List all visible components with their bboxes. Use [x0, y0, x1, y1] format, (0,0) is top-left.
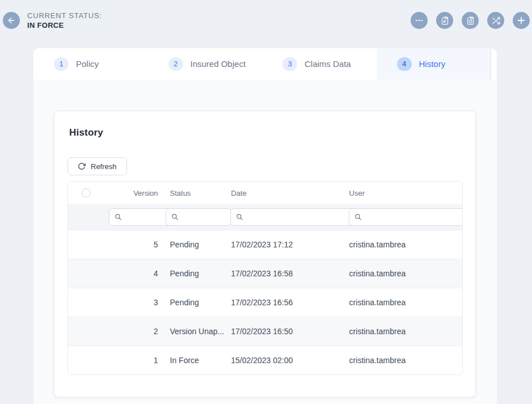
export-version-button[interactable]: [436, 12, 453, 29]
search-icon: [236, 213, 243, 221]
search-icon: [115, 213, 122, 221]
search-icon: [171, 213, 179, 221]
back-button[interactable]: [3, 12, 20, 29]
row-user: cristina.tambrea: [345, 240, 462, 249]
column-header-status: Status: [162, 189, 227, 197]
tab-label: Insured Object: [191, 59, 246, 69]
tab-number-badge: 1: [54, 57, 69, 71]
status-filter: [166, 208, 226, 226]
column-header-version: Version: [105, 189, 162, 197]
table-row[interactable]: 5 Pending 17/02/2023 17:12 cristina.tamb…: [68, 230, 462, 259]
row-date: 17/02/2023 17:12: [226, 240, 344, 249]
main-panel: 1 Policy 2 Insured Object 3 Claims Data …: [33, 48, 497, 404]
row-status: In Force: [162, 356, 227, 365]
tab-number-badge: 3: [282, 57, 297, 71]
column-header-user: User: [345, 189, 462, 197]
refresh-button[interactable]: Refresh: [67, 157, 127, 175]
row-date: 17/02/2023 16:58: [226, 269, 344, 278]
column-header-date: Date: [226, 189, 344, 197]
tab-insured-object[interactable]: 2 Insured Object: [148, 48, 263, 79]
tab-number-badge: 4: [397, 57, 412, 71]
card-title: History: [69, 127, 103, 138]
row-status: Pending: [162, 298, 227, 307]
row-user: cristina.tambrea: [345, 327, 462, 336]
tab-claims-data[interactable]: 3 Claims Data: [262, 48, 377, 79]
card-export-icon: [440, 16, 450, 26]
row-status: Pending: [162, 240, 227, 249]
row-status: Version Unap...: [162, 327, 227, 336]
row-version: 5: [105, 240, 162, 249]
wizard-tab-bar: 1 Policy 2 Insured Object 3 Claims Data …: [33, 48, 497, 79]
current-status-value: IN FORCE: [27, 21, 102, 30]
current-status-block: CURRENT STATUS: IN FORCE: [27, 11, 102, 30]
row-user: cristina.tambrea: [345, 356, 462, 365]
row-status: Pending: [162, 269, 227, 278]
tab-number-badge: 2: [168, 57, 183, 71]
row-version: 4: [105, 269, 162, 278]
refresh-button-label: Refresh: [91, 162, 117, 171]
tab-label: History: [419, 59, 446, 69]
date-filter-input[interactable]: [247, 213, 347, 221]
history-card: History Refresh Version Status Date User: [54, 111, 476, 397]
card-sync-icon: [466, 16, 475, 26]
row-version: 3: [105, 298, 162, 307]
tab-label: Policy: [76, 59, 99, 69]
user-filter-input[interactable]: [366, 213, 463, 221]
row-date: 17/02/2023 16:56: [226, 298, 344, 307]
row-version: 1: [105, 356, 162, 365]
header-action-buttons: [411, 12, 530, 29]
row-date: 17/02/2023 16:50: [226, 327, 344, 336]
search-icon: [354, 213, 362, 221]
select-all-checkbox[interactable]: [82, 188, 91, 197]
ellipsis-icon: [415, 16, 424, 25]
shuffle-icon: [491, 16, 501, 26]
table-row[interactable]: 4 Pending 17/02/2023 16:58 cristina.tamb…: [68, 259, 462, 288]
table-row[interactable]: 1 In Force 15/02/2023 02:00 cristina.tam…: [68, 346, 462, 374]
table-filter-row: [68, 204, 462, 230]
header-select-cell: [68, 188, 105, 197]
row-user: cristina.tambrea: [345, 269, 462, 278]
plus-icon: [516, 15, 526, 26]
status-filter-input[interactable]: [183, 213, 226, 221]
table-row[interactable]: 2 Version Unap... 17/02/2023 16:50 crist…: [68, 317, 462, 346]
table-header-row: Version Status Date User: [68, 182, 462, 204]
row-user: cristina.tambrea: [345, 298, 462, 307]
row-date: 15/02/2023 02:00: [226, 356, 344, 365]
history-table: Version Status Date User: [67, 181, 463, 375]
user-filter: [349, 208, 463, 226]
tab-policy[interactable]: 1 Policy: [33, 48, 148, 79]
add-new-button[interactable]: [513, 12, 530, 29]
top-bar: CURRENT STATUS: IN FORCE: [0, 0, 532, 41]
more-options-button[interactable]: [411, 12, 428, 29]
current-status-label: CURRENT STATUS:: [27, 11, 102, 20]
row-version: 2: [105, 327, 162, 336]
tab-history[interactable]: 4 History: [377, 48, 492, 79]
arrow-left-icon: [7, 16, 16, 25]
save-version-button[interactable]: [462, 12, 479, 29]
refresh-icon: [78, 162, 86, 170]
table-row[interactable]: 3 Pending 17/02/2023 16:56 cristina.tamb…: [68, 288, 462, 317]
tab-label: Claims Data: [305, 59, 351, 69]
merge-versions-button[interactable]: [487, 12, 504, 29]
